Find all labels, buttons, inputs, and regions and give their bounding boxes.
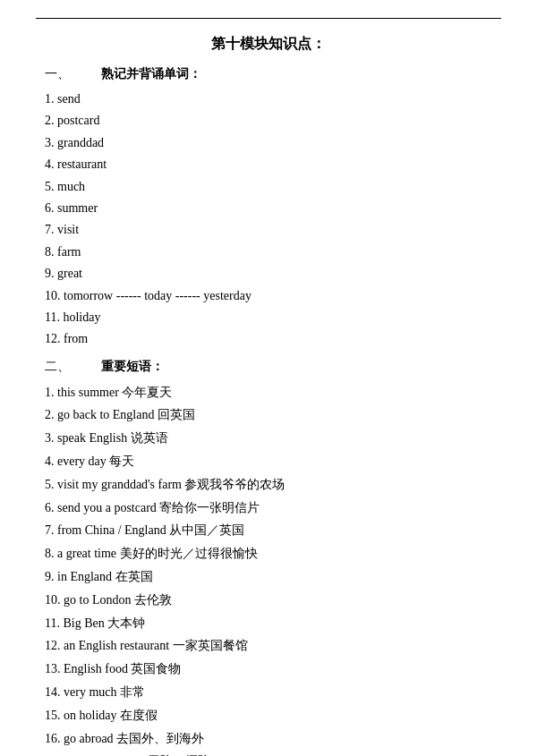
list-item: 8. a great time 美好的时光／过得很愉快: [45, 543, 501, 565]
list-item: 15. on holiday 在度假: [45, 705, 501, 726]
list-item: 1. send: [45, 89, 501, 109]
list-item: 6. summer: [45, 199, 501, 218]
list-item: 16. go abroad 去国外、到海外: [45, 728, 501, 750]
list-item: 4. every day 每天: [45, 451, 501, 472]
list-item: 10. go to London 去伦敦: [45, 590, 501, 611]
list-item: 14. very much 非常: [45, 682, 501, 703]
section2-label: 二、: [45, 360, 70, 373]
list-item: 11. holiday: [45, 308, 501, 327]
page-title: 第十模块知识点：: [36, 35, 501, 54]
list-item: 1. this summer 今年夏天: [45, 382, 501, 403]
top-divider: [36, 18, 501, 19]
section1-header: 一、 熟记并背诵单词：: [45, 66, 501, 82]
list-item: 9. great: [45, 264, 501, 284]
section2-header: 二、 重要短语：: [45, 359, 501, 375]
list-item: 7. visit: [45, 220, 501, 240]
section1-label: 一、: [45, 67, 70, 81]
list-item: 7. from China / England 从中国／英国: [45, 520, 501, 541]
list-item: 5. much: [45, 177, 501, 197]
list-item: 10. tomorrow ------ today ------ yesterd…: [45, 286, 501, 306]
list-item: 2. go back to England 回英国: [45, 404, 501, 426]
list-item: 12. from: [45, 329, 501, 349]
list-item: 12. an English restaurant 一家英国餐馆: [45, 635, 501, 657]
list-item: 17. have adventures 冒险、探险: [45, 751, 501, 756]
list-item: 3. granddad: [45, 133, 501, 153]
list-item: 2. postcard: [45, 111, 501, 131]
vocab-list: 1. send 2. postcard 3. granddad 4. resta…: [45, 89, 501, 350]
list-item: 6. send you a postcard 寄给你一张明信片: [45, 497, 501, 519]
list-item: 3. speak English 说英语: [45, 428, 501, 449]
section2-title: 重要短语：: [101, 360, 164, 373]
list-item: 11. Big Ben 大本钟: [45, 613, 501, 634]
phrases-list: 1. this summer 今年夏天 2. go back to Englan…: [45, 382, 501, 756]
list-item: 8. farm: [45, 242, 501, 262]
list-item: 13. English food 英国食物: [45, 658, 501, 680]
list-item: 4. restaurant: [45, 155, 501, 174]
list-item: 9. in England 在英国: [45, 566, 501, 588]
section1-title: 熟记并背诵单词：: [101, 67, 201, 81]
list-item: 5. visit my granddad's farm 参观我爷爷的农场: [45, 474, 501, 496]
